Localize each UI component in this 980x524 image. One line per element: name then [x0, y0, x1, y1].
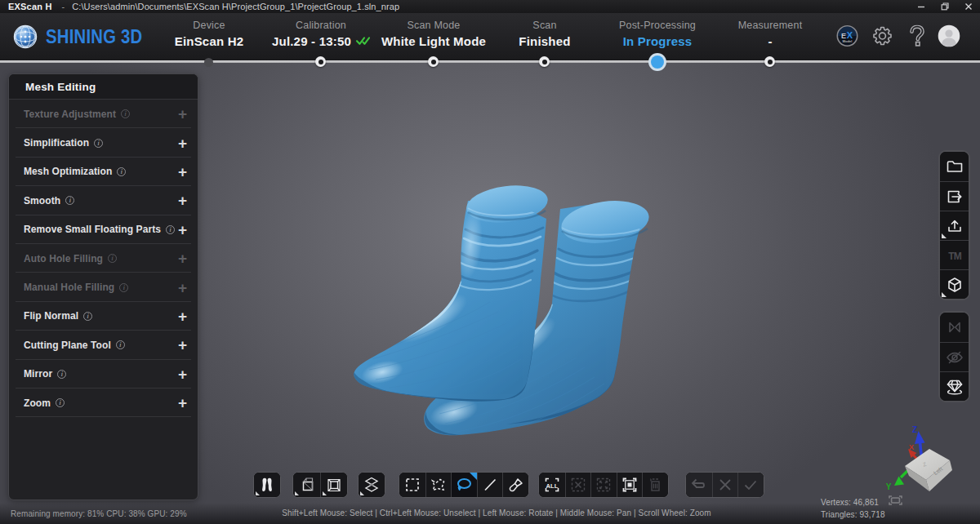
- submenu-corner-icon: [942, 233, 947, 238]
- track-dot-scan[interactable]: [539, 56, 550, 67]
- settings-gear-icon[interactable]: [872, 25, 893, 49]
- svg-text:Y: Y: [886, 482, 892, 491]
- title-bar: EXScan H - C:\Users\admin\Documents\EXSc…: [0, 0, 980, 13]
- cancel-button[interactable]: [712, 473, 738, 497]
- info-icon: i: [108, 254, 117, 263]
- texture-mapping-button[interactable]: TM: [940, 240, 969, 269]
- submenu-corner-icon: [256, 491, 260, 495]
- brand-name: SHINING 3D: [46, 26, 142, 48]
- folder-icon: [946, 158, 964, 175]
- view-toolbar: [292, 472, 348, 498]
- expand-plus-icon[interactable]: +: [178, 366, 187, 382]
- info-icon: i: [166, 225, 175, 234]
- hide-data-button[interactable]: [940, 342, 969, 371]
- expand-plus-icon[interactable]: +: [178, 395, 187, 411]
- select-component-button[interactable]: [617, 473, 643, 497]
- display-toolbar: [938, 311, 970, 402]
- expand-plus-icon[interactable]: +: [178, 309, 187, 324]
- polygon-select-button[interactable]: [425, 473, 452, 497]
- user-avatar[interactable]: [938, 24, 960, 51]
- tool-remove-small-floating-parts[interactable]: Remove Small Floating Parts i +: [9, 215, 198, 244]
- align-icon: [946, 318, 964, 336]
- expand-plus-icon[interactable]: +: [178, 164, 187, 180]
- select-component-icon: [621, 476, 639, 494]
- confirm-button[interactable]: [737, 473, 764, 497]
- rect-select-button[interactable]: [399, 473, 425, 497]
- restore-button[interactable]: [933, 0, 956, 13]
- tool-texture-adjustment[interactable]: Texture Adjustment i +: [9, 100, 198, 128]
- track-dot-scan-mode[interactable]: [428, 56, 439, 67]
- select-all-button[interactable]: ALL: [539, 473, 565, 497]
- submenu-corner-icon: [942, 292, 947, 297]
- submenu-corner-icon: [470, 473, 477, 480]
- tool-manual-hole-filling[interactable]: Manual Hole Filling i +: [9, 273, 198, 301]
- lasso-select-button[interactable]: [451, 473, 477, 497]
- expand-plus-icon[interactable]: +: [178, 251, 187, 266]
- model-view-button[interactable]: [940, 269, 969, 299]
- svg-text:Z: Z: [912, 425, 917, 434]
- expand-plus-icon[interactable]: +: [178, 135, 187, 151]
- tool-mirror[interactable]: Mirror i +: [9, 360, 198, 389]
- track-dot-calibration[interactable]: [315, 56, 326, 67]
- layers-stack-icon: [363, 476, 381, 494]
- track-dot-measurement[interactable]: [764, 56, 775, 67]
- brush-select-button[interactable]: [502, 473, 528, 497]
- share-upload-button[interactable]: [940, 211, 969, 240]
- tool-zoom[interactable]: Zoom i +: [9, 389, 198, 417]
- export-file-button[interactable]: [940, 181, 969, 211]
- tool-auto-hole-filling[interactable]: Auto Hole Filling i +: [9, 244, 198, 273]
- expand-selection-button[interactable]: [590, 473, 617, 497]
- expand-plus-icon[interactable]: +: [178, 222, 187, 238]
- unselect-all-button[interactable]: [565, 473, 591, 497]
- fit-view-button[interactable]: [889, 494, 902, 508]
- simplify-gem-button[interactable]: [940, 371, 969, 401]
- bounding-box-view-button[interactable]: [320, 473, 347, 497]
- tool-cutting-plane-tool[interactable]: Cutting Plane Tool i +: [9, 331, 198, 359]
- line-select-button[interactable]: [477, 473, 503, 497]
- tool-mesh-optimization[interactable]: Mesh Optimization i +: [9, 158, 198, 186]
- left-foot-mesh[interactable]: [354, 181, 550, 402]
- texture-mapping-icon: TM: [945, 246, 964, 264]
- feet-icon: [259, 477, 275, 493]
- help-icon[interactable]: [908, 24, 926, 50]
- svg-text:TM: TM: [948, 251, 961, 262]
- scanned-feet-model-button[interactable]: [254, 473, 280, 497]
- expand-plus-icon[interactable]: +: [178, 280, 187, 295]
- undo-button[interactable]: [686, 473, 712, 497]
- submenu-corner-icon: [323, 491, 327, 495]
- layers-stack-button[interactable]: [359, 473, 385, 497]
- model-toolbar: [253, 472, 281, 498]
- delete-selected-button[interactable]: [642, 473, 668, 497]
- ex-model-badge-icon[interactable]: E X Model: [836, 24, 858, 50]
- upload-icon: [946, 217, 964, 235]
- expand-plus-icon[interactable]: +: [178, 193, 187, 208]
- submenu-corner-icon: [295, 491, 299, 495]
- app-title: EXScan H: [8, 2, 52, 11]
- step-measurement[interactable]: Measurement -: [693, 13, 848, 61]
- close-button[interactable]: [956, 0, 980, 13]
- file-toolbar: TM: [938, 150, 970, 300]
- expand-plus-icon[interactable]: +: [178, 106, 187, 122]
- tool-smooth[interactable]: Smooth i +: [9, 186, 198, 215]
- window-controls: [909, 0, 980, 13]
- tool-flip-normal[interactable]: Flip Normal i +: [9, 302, 198, 331]
- apply-toolbar: [685, 472, 764, 498]
- track-dot-post-processing[interactable]: [648, 53, 666, 71]
- mesh-editing-panel: Mesh Editing Texture Adjustment i + Simp…: [8, 73, 198, 500]
- svg-text:X: X: [909, 442, 915, 451]
- confirm-check-icon: [742, 476, 760, 494]
- info-icon: i: [94, 139, 103, 148]
- title-separator: -: [62, 2, 65, 11]
- cut-plane-view-button[interactable]: [293, 473, 320, 497]
- info-icon: i: [65, 196, 74, 205]
- expand-plus-icon[interactable]: +: [178, 337, 187, 353]
- line-select-icon: [482, 477, 498, 493]
- track-dot-device[interactable]: [204, 58, 213, 67]
- header-bar: SHINING 3D Device EinScan H2 Calibration…: [0, 13, 980, 61]
- align-button[interactable]: [940, 313, 969, 342]
- tool-simplification[interactable]: Simplification i +: [9, 128, 198, 157]
- unselect-icon: [569, 476, 587, 494]
- submenu-corner-icon: [360, 491, 364, 495]
- open-project-button[interactable]: [940, 152, 969, 181]
- minimize-button[interactable]: [909, 0, 933, 13]
